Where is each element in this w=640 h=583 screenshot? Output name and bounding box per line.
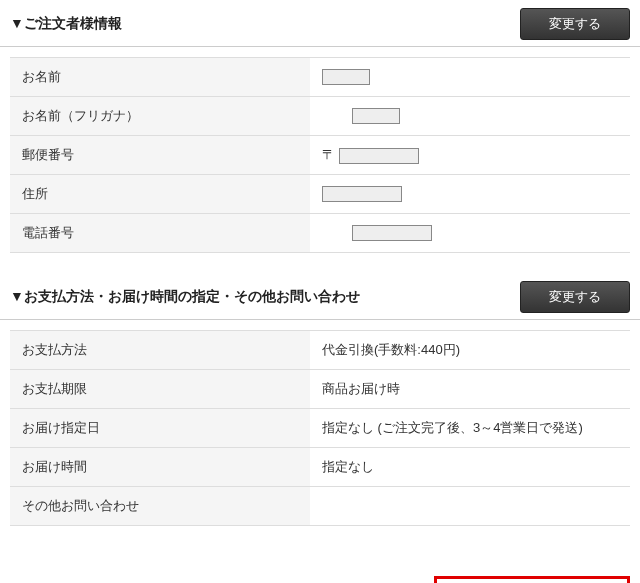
table-row: お届け指定日 指定なし (ご注文完了後、3～4営業日で発送): [10, 409, 630, 448]
inquiry-label: その他お問い合わせ: [10, 487, 310, 526]
masked-field: [352, 108, 400, 124]
table-row: お届け時間 指定なし: [10, 448, 630, 487]
address-label: 住所: [10, 175, 310, 214]
postal-value: 〒: [310, 136, 630, 175]
masked-field: [339, 148, 419, 164]
table-row: お名前（フリガナ）: [10, 97, 630, 136]
payment-info-table: お支払方法 代金引換(手数料:440円) お支払期限 商品お届け時 お届け指定日…: [10, 330, 630, 526]
furigana-value: [310, 97, 630, 136]
masked-field: [352, 225, 432, 241]
table-row: お名前: [10, 58, 630, 97]
table-row: その他お問い合わせ: [10, 487, 630, 526]
delivery-time-label: お届け時間: [10, 448, 310, 487]
payment-section-header: ▼お支払方法・お届け時間の指定・その他お問い合わせ 変更する: [0, 273, 640, 320]
postal-prefix: 〒: [322, 147, 335, 162]
payment-method-label: お支払方法: [10, 331, 310, 370]
orderer-change-button[interactable]: 変更する: [520, 8, 630, 40]
footer-actions: 前に戻る 購入完了ページへ: [0, 546, 640, 583]
table-row: お支払方法 代金引換(手数料:440円): [10, 331, 630, 370]
payment-deadline-value: 商品お届け時: [310, 370, 630, 409]
table-row: 郵便番号 〒: [10, 136, 630, 175]
table-row: 住所: [10, 175, 630, 214]
payment-method-value: 代金引換(手数料:440円): [310, 331, 630, 370]
payment-deadline-label: お支払期限: [10, 370, 310, 409]
name-value: [310, 58, 630, 97]
table-row: 電話番号: [10, 214, 630, 253]
furigana-label: お名前（フリガナ）: [10, 97, 310, 136]
phone-label: 電話番号: [10, 214, 310, 253]
orderer-section-header: ▼ご注文者様情報 変更する: [0, 0, 640, 47]
masked-field: [322, 69, 370, 85]
proceed-highlight: 購入完了ページへ: [434, 576, 630, 583]
orderer-info-table: お名前 お名前（フリガナ） 郵便番号 〒 住所 電話番号: [10, 57, 630, 253]
orderer-section-title: ▼ご注文者様情報: [10, 15, 122, 33]
delivery-date-value: 指定なし (ご注文完了後、3～4営業日で発送): [310, 409, 630, 448]
address-value: [310, 175, 630, 214]
delivery-time-value: 指定なし: [310, 448, 630, 487]
payment-change-button[interactable]: 変更する: [520, 281, 630, 313]
postal-label: 郵便番号: [10, 136, 310, 175]
inquiry-value: [310, 487, 630, 526]
table-row: お支払期限 商品お届け時: [10, 370, 630, 409]
phone-value: [310, 214, 630, 253]
delivery-date-label: お届け指定日: [10, 409, 310, 448]
masked-field: [322, 186, 402, 202]
payment-section-title: ▼お支払方法・お届け時間の指定・その他お問い合わせ: [10, 288, 360, 306]
name-label: お名前: [10, 58, 310, 97]
